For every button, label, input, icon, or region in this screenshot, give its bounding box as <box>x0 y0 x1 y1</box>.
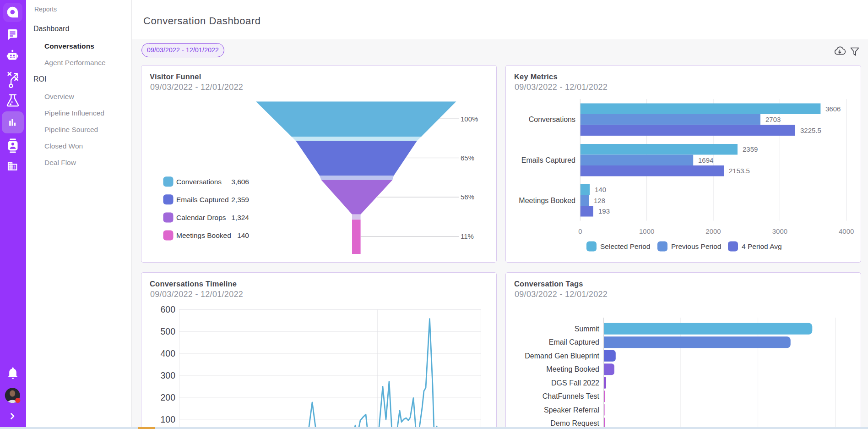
svg-text:400: 400 <box>160 348 175 358</box>
svg-text:600: 600 <box>160 304 175 314</box>
svg-text:3,606: 3,606 <box>231 178 249 186</box>
svg-text:4000: 4000 <box>839 227 854 235</box>
svg-text:DGS Fall 2022: DGS Fall 2022 <box>551 379 599 387</box>
svg-text:56%: 56% <box>461 193 474 201</box>
svg-text:140: 140 <box>595 186 606 193</box>
svg-text:Demand Gen Blueprint: Demand Gen Blueprint <box>525 352 599 360</box>
svg-text:128: 128 <box>594 197 605 204</box>
svg-text:Speaker Referral: Speaker Referral <box>544 406 599 414</box>
svg-text:Conversations: Conversations <box>529 116 575 123</box>
svg-text:2000: 2000 <box>705 227 721 235</box>
svg-text:193: 193 <box>598 207 610 215</box>
svg-text:Email Captured: Email Captured <box>549 338 599 346</box>
svg-text:1694: 1694 <box>698 156 713 164</box>
svg-text:Conversations: Conversations <box>176 178 222 186</box>
svg-text:ChatFunnels Test: ChatFunnels Test <box>542 392 600 400</box>
svg-text:1000: 1000 <box>639 227 654 235</box>
svg-text:100%: 100% <box>461 115 478 123</box>
svg-text:Emails Captured: Emails Captured <box>176 196 229 204</box>
svg-text:200: 200 <box>160 392 175 402</box>
svg-text:Previous Period: Previous Period <box>671 242 721 250</box>
svg-text:100: 100 <box>160 414 175 424</box>
svg-text:Calendar Drops: Calendar Drops <box>176 214 226 221</box>
svg-text:2153.5: 2153.5 <box>729 167 750 175</box>
svg-text:1,324: 1,324 <box>231 214 249 221</box>
svg-text:2,359: 2,359 <box>231 196 249 204</box>
svg-text:Summit: Summit <box>575 325 600 333</box>
svg-text:Selected Period: Selected Period <box>600 242 650 250</box>
svg-text:2703: 2703 <box>765 116 781 123</box>
svg-text:Meeting Booked: Meeting Booked <box>546 365 599 373</box>
svg-text:Meetings Booked: Meetings Booked <box>519 197 575 204</box>
svg-text:300: 300 <box>160 370 175 380</box>
svg-text:3225.5: 3225.5 <box>800 126 821 134</box>
svg-text:4 Period Avg: 4 Period Avg <box>742 242 782 250</box>
svg-text:0: 0 <box>578 227 582 235</box>
svg-text:Demo Request: Demo Request <box>550 419 599 427</box>
svg-text:Emails Captured: Emails Captured <box>521 156 575 164</box>
svg-text:65%: 65% <box>461 154 474 162</box>
svg-text:11%: 11% <box>461 232 474 240</box>
svg-text:Meetings Booked: Meetings Booked <box>176 231 231 239</box>
svg-text:140: 140 <box>237 231 249 239</box>
svg-text:2359: 2359 <box>743 145 758 153</box>
svg-text:3606: 3606 <box>825 105 841 113</box>
svg-text:3000: 3000 <box>772 227 787 235</box>
svg-text:500: 500 <box>160 326 175 336</box>
